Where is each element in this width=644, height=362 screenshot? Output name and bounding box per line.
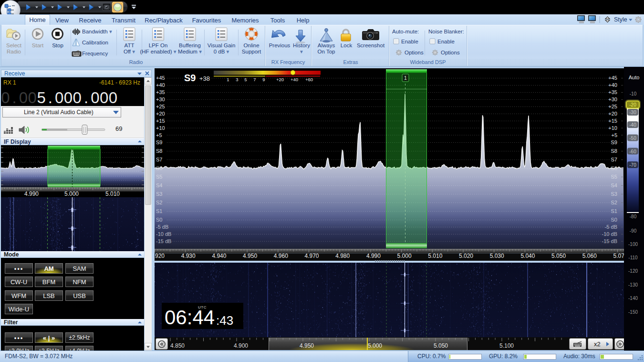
svg-text:-15 dB: -15 dB <box>156 238 171 244</box>
svg-text:1: 1 <box>404 75 407 81</box>
svg-text:S9: S9 <box>611 139 617 145</box>
svg-text:-10 dB: -10 dB <box>156 231 171 237</box>
svg-text:+10: +10 <box>608 125 617 131</box>
svg-text:+20: +20 <box>156 111 165 117</box>
svg-text:S7: S7 <box>611 157 617 162</box>
svg-text:+5: +5 <box>611 132 617 138</box>
svg-text:S5: S5 <box>611 174 617 180</box>
svg-text:S9: S9 <box>156 139 162 145</box>
svg-text:S9: S9 <box>184 73 196 83</box>
svg-text:7: 7 <box>253 77 256 82</box>
svg-text:S4: S4 <box>611 182 617 188</box>
svg-text:-130: -130 <box>628 282 638 287</box>
svg-text:-5 dB: -5 dB <box>605 224 617 230</box>
svg-text:+45: +45 <box>608 75 617 81</box>
svg-text:5.020: 5.020 <box>459 253 473 259</box>
svg-text:S6: S6 <box>156 165 162 171</box>
svg-text:S1: S1 <box>611 208 617 214</box>
svg-text:S8: S8 <box>611 148 617 154</box>
svg-text:S7: S7 <box>156 157 162 162</box>
svg-text:5.010: 5.010 <box>428 253 442 259</box>
svg-text:-70: -70 <box>629 162 636 168</box>
svg-text:5.050: 5.050 <box>551 253 566 259</box>
svg-text:5.070: 5.070 <box>613 253 624 259</box>
svg-text:+10: +10 <box>156 125 165 131</box>
svg-text:S5: S5 <box>156 174 162 180</box>
svg-text:-90: -90 <box>630 228 637 234</box>
svg-text:4.970: 4.970 <box>304 253 319 259</box>
svg-text:+15: +15 <box>156 118 165 124</box>
svg-text:-120: -120 <box>628 268 638 274</box>
svg-text:-110: -110 <box>628 255 638 260</box>
svg-text:4.980: 4.980 <box>335 253 350 259</box>
svg-text:+40: +40 <box>608 82 617 88</box>
svg-text:+35: +35 <box>156 89 165 95</box>
svg-text:-100: -100 <box>628 242 638 247</box>
svg-text:-20: -20 <box>629 102 636 107</box>
svg-text:5.060: 5.060 <box>582 253 597 259</box>
svg-text:Auto: Auto <box>629 75 640 80</box>
svg-text:S3: S3 <box>611 191 617 197</box>
svg-text:S0: S0 <box>611 217 617 223</box>
svg-text:9: 9 <box>262 77 265 82</box>
svg-text:+15: +15 <box>608 118 617 124</box>
svg-text:+45: +45 <box>156 75 165 81</box>
svg-text:+38: +38 <box>199 75 210 82</box>
svg-text:-40: -40 <box>629 122 636 128</box>
svg-text:S3: S3 <box>156 191 162 197</box>
svg-text:3: 3 <box>236 77 238 82</box>
svg-text:-50: -50 <box>629 136 636 141</box>
svg-text:S4: S4 <box>156 182 162 188</box>
svg-text:5.040: 5.040 <box>520 253 535 259</box>
svg-text:-150: -150 <box>628 309 638 315</box>
svg-text:+20: +20 <box>276 77 284 82</box>
svg-text:-30: -30 <box>629 110 636 115</box>
svg-text:5: 5 <box>244 77 247 82</box>
svg-text:-10: -10 <box>630 91 637 96</box>
svg-text:+35: +35 <box>608 89 617 95</box>
svg-text:+30: +30 <box>156 96 165 102</box>
svg-text:S8: S8 <box>156 148 162 154</box>
svg-text:4.920: 4.920 <box>155 253 165 259</box>
svg-text:+40: +40 <box>156 82 165 88</box>
svg-text:+30: +30 <box>608 96 617 102</box>
svg-text:-10 dB: -10 dB <box>602 231 617 237</box>
svg-text:4.960: 4.960 <box>274 253 288 259</box>
svg-text:4.950: 4.950 <box>243 253 257 259</box>
svg-text:-5 dB: -5 dB <box>156 224 168 230</box>
svg-text:S6: S6 <box>611 165 617 171</box>
svg-text:+20: +20 <box>608 111 617 117</box>
svg-text:-15 dB: -15 dB <box>602 238 617 244</box>
svg-text:-60: -60 <box>629 149 636 154</box>
svg-text:4.990: 4.990 <box>366 253 381 259</box>
svg-text:+40: +40 <box>291 77 298 82</box>
svg-text:+25: +25 <box>608 104 617 109</box>
svg-text:+5: +5 <box>156 132 162 138</box>
svg-text:4.940: 4.940 <box>212 253 226 259</box>
svg-text:-140: -140 <box>628 296 638 301</box>
svg-text:S2: S2 <box>156 200 162 205</box>
svg-text:S0: S0 <box>156 217 162 223</box>
svg-text:+25: +25 <box>156 104 165 109</box>
svg-text:5.030: 5.030 <box>490 253 504 259</box>
svg-text:Style: Style <box>614 16 627 23</box>
svg-text:+60: +60 <box>305 77 313 82</box>
svg-text:-80: -80 <box>630 214 637 219</box>
svg-text:S2: S2 <box>611 200 617 205</box>
svg-text:S1: S1 <box>156 208 162 214</box>
svg-text:5.000: 5.000 <box>397 253 412 259</box>
svg-text:4.930: 4.930 <box>181 253 196 259</box>
svg-text:1: 1 <box>227 77 229 82</box>
